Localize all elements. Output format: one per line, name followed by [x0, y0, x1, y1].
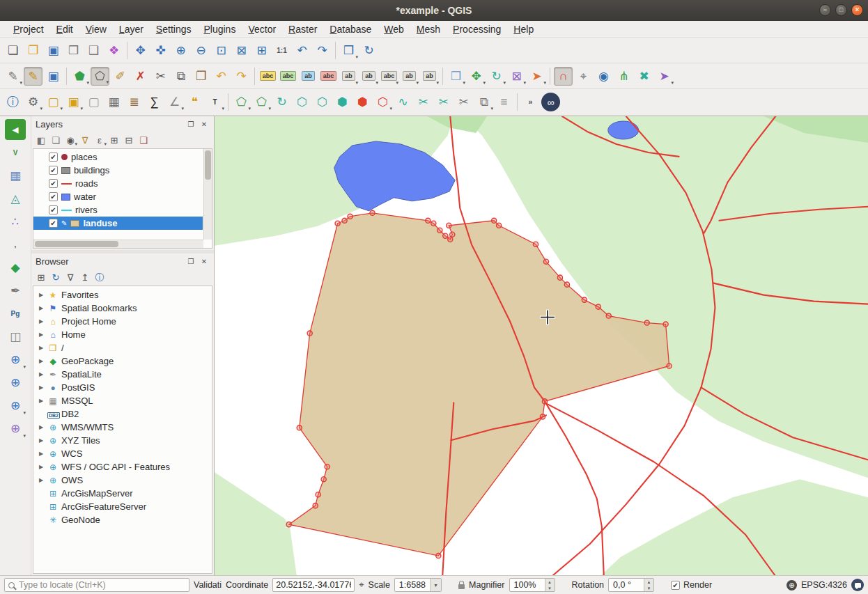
vertex-marker[interactable]: [325, 464, 330, 469]
fill-ring-button[interactable]: ⬢: [353, 93, 372, 111]
current-edits-button[interactable]: ✎▾: [3, 67, 22, 86]
layer-labeling-button[interactable]: abc: [258, 67, 277, 86]
field-calculator-button[interactable]: ≣: [125, 93, 144, 111]
menu-project[interactable]: Project: [7, 22, 50, 36]
browser-close-button[interactable]: ✕: [199, 256, 210, 267]
browser-item--[interactable]: ▶❐/: [33, 341, 212, 354]
pan-map-button[interactable]: ✥: [131, 41, 150, 60]
layer-checkbox[interactable]: ✔: [49, 153, 58, 162]
vertex-marker[interactable]: [297, 425, 302, 430]
layer-checkbox[interactable]: ✔: [49, 192, 58, 201]
magnifier-spinbox[interactable]: 100% ▲▼: [509, 578, 555, 592]
vertex-marker[interactable]: [542, 399, 547, 404]
add-ring-button[interactable]: ⬡: [313, 93, 332, 111]
rotation-spinbox[interactable]: 0,0 ° ▲▼: [608, 578, 654, 592]
scale-feature-button[interactable]: ⊠▾: [507, 67, 526, 86]
lock-icon[interactable]: [458, 584, 465, 589]
menu-database[interactable]: Database: [323, 22, 378, 36]
copy-move-feature-button[interactable]: ⬠▾: [252, 93, 271, 111]
snapping-toggle-button[interactable]: ∩: [554, 67, 573, 86]
add-group-button[interactable]: ❏: [49, 133, 63, 147]
rotate-feature-button[interactable]: ↻▾: [487, 67, 506, 86]
add-part-button[interactable]: ⬢: [333, 93, 352, 111]
collapse-all-button[interactable]: ⊟: [122, 133, 136, 147]
menu-edit[interactable]: Edit: [50, 22, 79, 36]
browser-item-spatialite[interactable]: ▶✒SpatiaLite: [33, 368, 212, 381]
toggle-editing-button[interactable]: ✎: [24, 67, 42, 86]
toggle-label-visibility-button[interactable]: ab▾: [420, 67, 439, 86]
add-postgis-layer-button[interactable]: Pg: [5, 303, 26, 324]
crs-icon[interactable]: ⊕: [786, 580, 797, 591]
layer-checkbox[interactable]: ✔: [49, 179, 58, 188]
move-feature-copy-button[interactable]: ⬠▾: [232, 93, 251, 111]
zoom-in-button[interactable]: ⊕: [171, 41, 190, 60]
filter-browser-button[interactable]: ∇: [63, 270, 77, 284]
collapse-browser-button[interactable]: ↥: [78, 270, 92, 284]
menu-web[interactable]: Web: [378, 22, 410, 36]
browser-item-arcgismapserver[interactable]: ⊞ArcGisMapServer: [33, 487, 212, 500]
browser-item-geopackage[interactable]: ▶◆GeoPackage: [33, 354, 212, 368]
rotate-feature-tool-button[interactable]: ↻: [272, 93, 291, 111]
expander-icon[interactable]: ▶: [38, 318, 45, 325]
add-arcgis-layer-button[interactable]: ⊕▾: [5, 418, 26, 439]
text-annotation-button[interactable]: T▾: [206, 93, 224, 111]
vertex-marker[interactable]: [443, 233, 448, 238]
expander-icon[interactable]: ▶: [38, 451, 45, 457]
expander-icon[interactable]: ▶: [38, 384, 45, 391]
refresh-map-button[interactable]: ↻: [359, 41, 378, 60]
layers-horizontal-scrollbar[interactable]: [33, 240, 203, 248]
open-project-button[interactable]: ❐: [24, 41, 42, 60]
add-selected-layers-button[interactable]: ⊞: [34, 270, 48, 284]
zoom-to-selection-button[interactable]: ⊠: [232, 41, 251, 60]
browser-item-mssql[interactable]: ▶▦MSSQL: [33, 394, 212, 407]
layer-checkbox[interactable]: ✔: [49, 166, 58, 175]
offset-point-symbols-button[interactable]: ➤▾: [655, 67, 674, 86]
vertex-marker[interactable]: [606, 313, 611, 318]
toolbar-overflow-button[interactable]: »: [521, 93, 540, 111]
browser-item-project-home[interactable]: ▶⌂Project Home: [33, 315, 212, 328]
identify-features-button[interactable]: ⓘ: [3, 93, 22, 111]
vertex-marker[interactable]: [431, 221, 436, 226]
browser-item-favorites[interactable]: ▶★Favorites: [33, 288, 212, 302]
vertex-marker[interactable]: [497, 223, 502, 228]
vertex-marker[interactable]: [582, 297, 587, 302]
simplify-feature-button[interactable]: ⬡: [293, 93, 311, 111]
zoom-next-button[interactable]: ↷: [313, 41, 332, 60]
expander-icon[interactable]: ▶: [38, 398, 45, 404]
new-project-button[interactable]: ❏: [3, 41, 22, 60]
menu-raster[interactable]: Raster: [282, 22, 323, 36]
statistics-button[interactable]: ∑: [145, 93, 164, 111]
add-mesh-layer-button[interactable]: ◬: [5, 188, 26, 209]
modify-attributes-button[interactable]: ✐: [111, 67, 130, 86]
vertex-marker[interactable]: [564, 282, 569, 287]
layer-checkbox[interactable]: ✔: [49, 219, 58, 228]
browser-properties-button[interactable]: ⓘ: [93, 270, 107, 284]
measure-button[interactable]: ∠▾: [165, 93, 184, 111]
refresh-browser-button[interactable]: ↻: [49, 270, 63, 284]
checkbox-check-icon[interactable]: ✔: [671, 581, 680, 590]
enable-tracing-button[interactable]: ⋔: [614, 67, 633, 86]
spin-steppers[interactable]: ▲▼: [644, 579, 653, 591]
vertex-marker[interactable]: [286, 522, 291, 527]
add-wfs-layer-button[interactable]: ⊕▾: [5, 395, 26, 416]
align-vertices-button[interactable]: ≡: [495, 93, 513, 111]
label-options-button[interactable]: abc: [319, 67, 338, 86]
expand-all-button[interactable]: ⊞: [107, 133, 121, 147]
layers-float-button[interactable]: ❐: [185, 118, 196, 130]
menu-mesh[interactable]: Mesh: [410, 22, 447, 36]
vertex-marker[interactable]: [316, 492, 320, 497]
vertex-marker[interactable]: [335, 221, 340, 226]
close-button[interactable]: ✕: [851, 4, 863, 16]
expander-icon[interactable]: ▶: [38, 424, 45, 430]
offset-curve-button[interactable]: ∿: [394, 93, 412, 111]
new-map-view-button[interactable]: ❒▾: [339, 41, 358, 60]
maximize-button[interactable]: □: [835, 4, 847, 16]
browser-item-wfs-ogc-api-features[interactable]: ▶⊕WFS / OGC API - Features: [33, 460, 212, 474]
locate-input[interactable]: [19, 580, 185, 590]
undo-button[interactable]: ↶: [212, 67, 231, 86]
visibility-eye-button[interactable]: ◉: [594, 67, 613, 86]
zoom-full-button[interactable]: ⊡: [212, 41, 231, 60]
menu-processing[interactable]: Processing: [447, 22, 507, 36]
scrollbar-thumb[interactable]: [205, 150, 211, 180]
vertex-marker[interactable]: [540, 414, 545, 419]
